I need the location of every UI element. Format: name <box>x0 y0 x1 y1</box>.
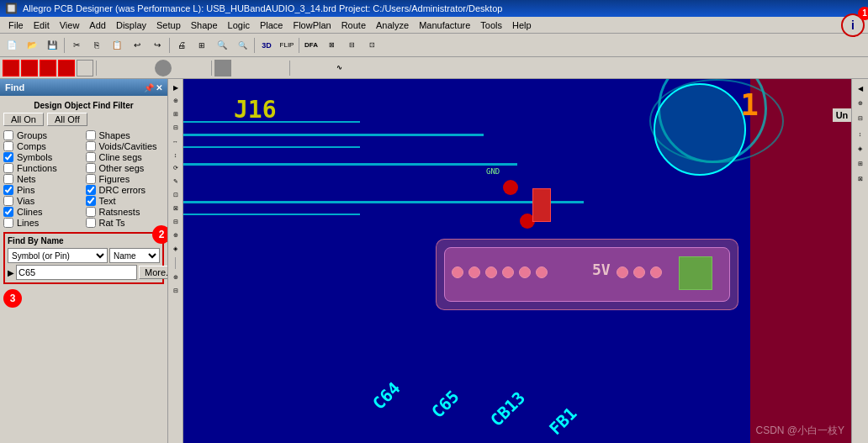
rs-btn-1[interactable]: ◀ <box>854 82 867 95</box>
cb-shapes-input[interactable] <box>86 130 96 140</box>
find-name-select[interactable]: Name Property <box>109 248 160 263</box>
cb-functions-input[interactable] <box>3 163 13 173</box>
rs-btn-4[interactable]: ↕ <box>854 127 867 140</box>
menu-display[interactable]: Display <box>111 19 151 31</box>
tb2-14[interactable] <box>251 60 268 76</box>
tb-cut[interactable]: ✂ <box>67 36 86 55</box>
tb2-13[interactable] <box>233 60 250 76</box>
ls-btn-9[interactable]: ⊡ <box>170 189 182 201</box>
menu-file[interactable]: File <box>3 19 29 31</box>
cb-voids-input[interactable] <box>86 141 96 151</box>
canvas-area[interactable]: J16 1 5V <box>183 79 851 443</box>
find-name-input[interactable] <box>16 265 137 280</box>
cb-vias-input[interactable] <box>3 196 13 206</box>
tb-zoom-out[interactable]: 🔍 <box>233 36 251 55</box>
menu-route[interactable]: Route <box>336 19 371 31</box>
tb2-2[interactable] <box>21 60 38 76</box>
ls-btn-14[interactable]: ⊕ <box>170 272 182 283</box>
tb-new[interactable]: 📄 <box>3 36 21 55</box>
tb-open[interactable]: 📂 <box>23 36 41 55</box>
all-on-button[interactable]: All On <box>3 113 44 126</box>
tb2-10[interactable] <box>173 60 190 76</box>
tb-flip[interactable]: FLIP <box>278 36 296 55</box>
menu-help[interactable]: Help <box>507 19 537 31</box>
tb-paste[interactable]: 📋 <box>108 36 126 55</box>
menu-setup[interactable]: Setup <box>151 19 186 31</box>
all-off-button[interactable]: All Off <box>47 113 87 126</box>
tb2-1[interactable] <box>3 60 19 76</box>
ls-btn-15[interactable]: ⊟ <box>170 285 182 297</box>
tb-extra2[interactable]: ⊟ <box>342 36 361 55</box>
tb-print[interactable]: 🖨 <box>172 36 191 55</box>
menu-flowplan[interactable]: FlowPlan <box>288 19 336 31</box>
cb-ratsnests-input[interactable] <box>86 207 96 217</box>
ls-btn-1[interactable]: ▶ <box>170 82 182 93</box>
ls-btn-12[interactable]: ⊕ <box>170 229 182 241</box>
rs-btn-7[interactable]: ⊠ <box>854 172 867 186</box>
menu-manufacture[interactable]: Manufacture <box>414 19 475 31</box>
rs-btn-3[interactable]: ⊟ <box>854 112 867 125</box>
tb-extra1[interactable]: ⊠ <box>322 36 341 55</box>
tb2-8[interactable] <box>136 60 153 76</box>
more-button[interactable]: More... <box>139 266 167 279</box>
tb2-18[interactable]: ∿ <box>330 59 348 77</box>
tb2-11[interactable] <box>192 60 209 76</box>
ls-btn-7[interactable]: ⟳ <box>170 162 182 174</box>
cb-clines-input[interactable] <box>3 207 13 217</box>
cb-pins-input[interactable] <box>3 185 13 195</box>
tb-copy[interactable]: ⎘ <box>87 36 106 55</box>
tb-3d[interactable]: 3D <box>257 36 276 55</box>
tb2-15[interactable] <box>270 60 287 76</box>
cb-lines-input[interactable] <box>3 218 13 228</box>
cb-nets-input[interactable] <box>3 174 13 184</box>
cb-clinesegs-input[interactable] <box>86 152 96 162</box>
tb2-4[interactable] <box>58 60 75 76</box>
find-close-icon[interactable]: ✕ <box>156 83 162 92</box>
cb-symbols-input[interactable] <box>3 152 13 162</box>
tb-save[interactable]: 💾 <box>43 36 61 55</box>
cb-othersegs-input[interactable] <box>86 163 96 173</box>
cb-groups-input[interactable] <box>3 130 13 140</box>
tb2-9[interactable] <box>155 60 172 76</box>
ls-btn-5[interactable]: ↔ <box>170 135 182 147</box>
tb-zoom-in[interactable]: 🔍 <box>213 36 231 55</box>
tb2-12[interactable] <box>214 60 231 76</box>
find-type-select[interactable]: Symbol (or Pin) Net Component <box>8 248 108 263</box>
rs-btn-2[interactable]: ⊕ <box>854 97 867 110</box>
cb-comps-input[interactable] <box>3 141 13 151</box>
cb-text-input[interactable] <box>86 196 96 206</box>
tb2-3[interactable] <box>40 60 56 76</box>
rs-btn-6[interactable]: ⊞ <box>854 157 867 171</box>
menu-analyze[interactable]: Analyze <box>371 19 414 31</box>
ls-btn-4[interactable]: ⊟ <box>170 122 182 134</box>
tb2-16[interactable] <box>293 60 310 76</box>
cb-figures-input[interactable] <box>86 174 96 184</box>
tb2-6[interactable] <box>99 60 116 76</box>
ls-btn-6[interactable]: ↕ <box>170 149 182 161</box>
find-pin-icon[interactable]: 📌 <box>144 83 154 92</box>
ls-btn-11[interactable]: ⊟ <box>170 216 182 228</box>
tb2-17[interactable] <box>311 60 328 76</box>
ls-btn-2[interactable]: ⊕ <box>170 95 182 107</box>
ls-btn-13[interactable]: ◈ <box>170 243 182 255</box>
tb2-7[interactable] <box>118 60 135 76</box>
tb2-5[interactable] <box>77 60 93 76</box>
menu-add[interactable]: Add <box>84 19 111 31</box>
tb-extra3[interactable]: ⊡ <box>363 36 381 55</box>
menu-edit[interactable]: Edit <box>29 19 55 31</box>
menu-tools[interactable]: Tools <box>475 19 507 31</box>
ls-btn-3[interactable]: ⊞ <box>170 108 182 120</box>
rs-btn-5[interactable]: ◈ <box>854 142 867 156</box>
cb-drcerrors-input[interactable] <box>86 185 96 195</box>
cb-ratts-input[interactable] <box>86 218 96 228</box>
menu-view[interactable]: View <box>55 19 85 31</box>
tb-redo[interactable]: ↪ <box>148 36 167 55</box>
menu-shape[interactable]: Shape <box>186 19 223 31</box>
menu-logic[interactable]: Logic <box>223 19 255 31</box>
ls-btn-10[interactable]: ⊠ <box>170 203 182 214</box>
tb-undo[interactable]: ↩ <box>128 36 146 55</box>
tb-zoom-fit[interactable]: ⊞ <box>193 36 211 55</box>
ls-btn-8[interactable]: ✎ <box>170 176 182 187</box>
menu-place[interactable]: Place <box>255 19 288 31</box>
tb-dfa[interactable]: DFA <box>302 36 320 55</box>
